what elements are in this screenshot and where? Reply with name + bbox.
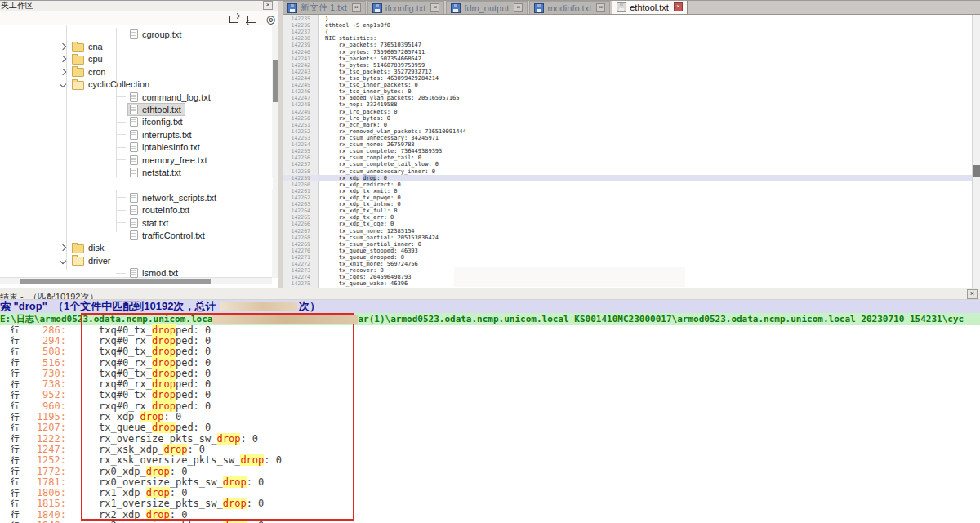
editor-line[interactable]: 142258 rx_csum_unnecessary_inner: 0 (283, 168, 972, 175)
tree-file-iptablesInfo.txt[interactable]: iptablesInfo.txt (0, 141, 272, 154)
editor-line[interactable]: 142254 rx_csum_none: 26759783 (283, 141, 972, 148)
tree-item-box[interactable]: ethtool.txt (127, 103, 185, 116)
tree-item-box[interactable]: interrupts.txt (127, 128, 196, 141)
chevron-right-icon[interactable] (60, 244, 66, 251)
result-row[interactable]: 行730:txq#0_tx_dropped: 0 (0, 368, 980, 378)
tree-file-ifconfig.txt[interactable]: ifconfig.txt (0, 116, 272, 128)
editor-line[interactable]: 142267 tx_csum_none: 12385154 (283, 228, 972, 235)
editor-line[interactable]: 142248 tx_nop: 232419588 (283, 101, 972, 108)
tree-horizontal-scrollbar[interactable] (0, 277, 272, 284)
tree-folder-cpu[interactable]: cpu (0, 53, 272, 65)
editor-line[interactable]: 142262 rx_xdp_tx_mpwqe: 0 (283, 194, 972, 201)
tree-item-box[interactable]: command_log.txt (127, 91, 215, 104)
editor-line[interactable]: 142240 rx_bytes: 735960572057411 (283, 49, 972, 56)
tree-item-box[interactable]: ifconfig.txt (127, 115, 187, 128)
editor-line[interactable]: 142241 tx_packets: 507354668642 (283, 56, 972, 62)
chevron-down-icon[interactable] (60, 81, 66, 87)
tree-file-network_scripts.txt[interactable]: network_scripts.txt (0, 191, 272, 203)
editor-line[interactable]: 142236ethtool -S enp1s0f0 (283, 22, 972, 29)
results-close-icon[interactable]: × (967, 289, 978, 299)
result-row[interactable]: 行960:rxq#0_rx_dropped: 0 (0, 400, 980, 411)
result-row[interactable]: 行516:rxq#0_rx_dropped: 0 (0, 357, 980, 368)
result-row[interactable]: 行1772:rx0_xdp_drop: 0 (0, 466, 980, 476)
result-row[interactable]: 行1815:rx1_oversize_pkts_sw_drop: 0 (0, 498, 980, 509)
editor-line[interactable]: 142249 rx_lro_packets: 0 (283, 109, 972, 115)
editor-line[interactable]: 142263 rx_xdp_tx_inlnw: 0 (283, 201, 972, 208)
editor-line[interactable]: 142245 tx_tso_inner_packets: 0 (283, 82, 972, 88)
collapse-window-icon[interactable] (247, 16, 256, 23)
result-row[interactable]: 行952:txq#0_tx_dropped: 0 (0, 390, 980, 400)
editor-line[interactable]: 142271 tx_queue_dropped: 0 (283, 254, 972, 261)
locate-file-icon[interactable]: ◎ (266, 14, 275, 25)
tree-folder-cyclicCollection[interactable]: cyclicCollection (0, 78, 272, 91)
editor-line[interactable]: 142253 rx_csum_unnecessary: 34245971 (283, 135, 972, 141)
result-row[interactable]: 行1840:rx2_xdp_drop: 0 (0, 509, 980, 520)
editor-line[interactable]: 142244 tx_tso_bytes: 463099429284214 (283, 75, 972, 82)
tree-item-box[interactable]: iptablesInfo.txt (127, 141, 204, 154)
workspace-close-icon[interactable]: × (263, 1, 273, 10)
tree-item-box[interactable]: trafficControl.txt (127, 229, 209, 242)
editor-line[interactable]: 142265 rx_xdp_tx_err: 0 (283, 214, 972, 221)
editor-line[interactable]: 142252 rx_removed_vlan_packets: 73651009… (283, 128, 972, 135)
editor-line[interactable]: 142251 rx_ecn_mark: 0 (283, 122, 972, 128)
chevron-right-icon[interactable] (60, 43, 66, 50)
tree-file-memory_free.txt[interactable]: memory_free.txt (0, 154, 272, 166)
result-row[interactable]: 行1247:rx_xsk_xdp_drop: 0 (0, 444, 980, 454)
editor-line[interactable]: 142243 tx_tso_packets: 35272932712 (283, 69, 972, 75)
tree-item-box[interactable]: cgroup.txt (127, 28, 185, 41)
tab-fdm_output[interactable]: fdm_output× (446, 1, 528, 14)
tree-file-ethtool.txt[interactable]: ethtool.txt (0, 103, 272, 115)
tree-file-cgroup.txt[interactable]: cgroup.txt (0, 28, 272, 40)
editor-line[interactable]: 142239 rx_packets: 736510395147 (283, 42, 972, 48)
chevron-down-icon[interactable] (60, 257, 66, 263)
tree-folder-cna[interactable]: cna (0, 40, 272, 52)
editor-vscroll-thumb[interactable] (973, 165, 980, 177)
tab-modinfo.txt[interactable]: modinfo.txt× (529, 1, 610, 14)
result-row[interactable]: 行294:rxq#0_rx_dropped: 0 (0, 335, 980, 346)
result-row[interactable]: 行738:rxq#0_rx_dropped: 0 (0, 378, 980, 389)
tree-folder-cron[interactable]: cron (0, 65, 272, 78)
tree-file-routeInfo.txt[interactable]: routeInfo.txt (0, 203, 272, 216)
editor-line[interactable]: 142264 rx_xdp_tx_full: 0 (283, 208, 972, 214)
tree-file-trafficControl.txt[interactable]: trafficControl.txt (0, 229, 272, 241)
editor-line[interactable]: 142270 tx_queue_stopped: 46393 (283, 248, 972, 254)
editor-line[interactable]: 142255 rx_csum_complete: 736449389393 (283, 148, 972, 154)
editor-line[interactable]: 142238NIC statistics: (283, 35, 972, 42)
tree-file-lsmod.txt[interactable]: lsmod.txt (0, 266, 272, 278)
tab-close-icon[interactable]: × (430, 3, 439, 12)
tree-hscroll-thumb[interactable] (20, 279, 211, 284)
editor-line[interactable]: 142247 tx_added_vlan_packets: 2051659571… (283, 95, 972, 101)
editor-line[interactable]: 142266 rx_xdp_tx_cqe: 0 (283, 221, 972, 227)
result-row[interactable]: 行1849:rx2_oversize_pkts_sw_drop: 0 (0, 520, 980, 523)
tree-item-box[interactable]: memory_free.txt (127, 154, 211, 167)
tree-item-box[interactable]: network_scripts.txt (127, 191, 220, 204)
result-row[interactable]: 行286:txq#0_tx_dropped: 0 (0, 324, 980, 335)
result-row[interactable]: 行508:txq#0_tx_dropped: 0 (0, 346, 980, 357)
editor-vertical-scrollbar[interactable] (972, 15, 980, 288)
chevron-right-icon[interactable] (60, 69, 66, 75)
editor-line[interactable]: 142272 tx_xmit_more: 569724756 (283, 261, 972, 267)
tree-item-box[interactable]: lsmod.txt (127, 266, 182, 278)
editor-line[interactable]: 142242 tx_bytes: 514607839753959 (283, 62, 972, 69)
chevron-right-icon[interactable] (60, 56, 66, 62)
tree-folder-driver[interactable]: driver (0, 254, 272, 266)
editor-line[interactable]: 142269 tx_csum_partial_inner: 0 (283, 241, 972, 248)
tree-vertical-scrollbar[interactable] (272, 25, 278, 278)
editor-line[interactable]: 142237{ (283, 29, 972, 35)
result-row[interactable]: 行1207:tx_queue_dropped: 0 (0, 422, 980, 433)
editor-current-line[interactable]: 142259 rx_xdp_drop: 0 (283, 175, 972, 181)
editor-line[interactable]: 142268 tx_csum_partial: 205153836424 (283, 235, 972, 241)
editor-line[interactable]: 142260 rx_xdp_redirect: 0 (283, 181, 972, 188)
result-file-path-row[interactable]: E:\日志\armod0523.odata.ncmp.unicom.loca a… (0, 313, 980, 325)
tab-ifconfig.txt[interactable]: ifconfig.txt× (368, 1, 445, 14)
tab-close-icon[interactable]: × (514, 3, 523, 12)
result-row[interactable]: 行1195:rx_xdp_drop: 0 (0, 411, 980, 422)
result-row[interactable]: 行1252:rx_xsk_oversize_pkts_sw_drop: 0 (0, 455, 980, 466)
tab-close-icon[interactable]: × (352, 3, 361, 12)
tree-item-box[interactable]: routeInfo.txt (127, 203, 194, 217)
tab-close-icon[interactable]: × (596, 3, 605, 12)
editor-line[interactable]: 142250 rx_lro_bytes: 0 (283, 115, 972, 122)
result-row[interactable]: 行1781:rx0_oversize_pkts_sw_drop: 0 (0, 476, 980, 487)
editor[interactable]: 142235}142236ethtool -S enp1s0f0142237{1… (283, 15, 972, 288)
tree-item-box[interactable]: stat.txt (127, 217, 172, 230)
